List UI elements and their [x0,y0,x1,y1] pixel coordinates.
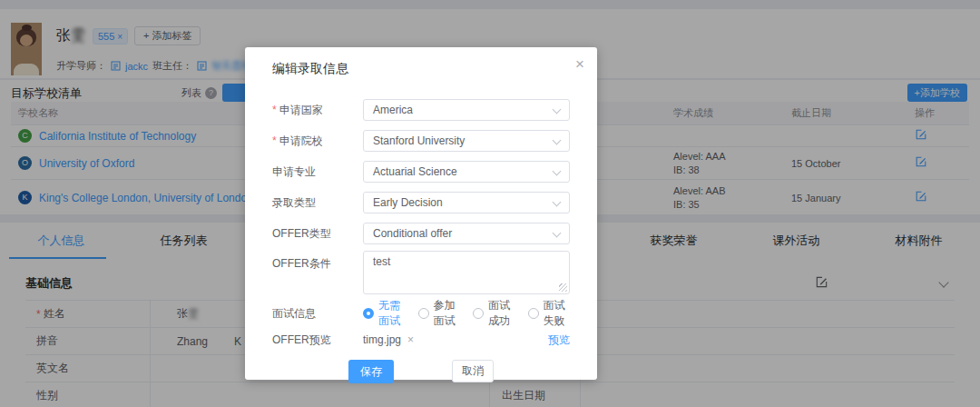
country-select[interactable]: America [363,99,570,121]
offer-condition-textarea[interactable]: test [363,251,570,294]
required-mark: * [272,104,277,116]
offer-preview-label: OFFER预览 [272,333,363,348]
school-select[interactable]: Stanford University [363,130,570,152]
radio-no-interview[interactable]: 无需面试 [363,298,406,329]
admission-type-label: 录取类型 [272,195,363,211]
field-major: 申请专业 Actuarial Science [272,156,570,187]
preview-link[interactable]: 预览 [548,333,570,348]
dialog-title: 编辑录取信息 [272,61,348,77]
interview-label: 面试信息 [272,306,363,322]
field-admission-type: 录取类型 Early Decision [272,187,570,218]
field-offer-type: OFFER类型 Conditional offer [272,218,570,249]
radio-icon [528,308,539,319]
field-school: *申请院校 Stanford University [272,125,570,156]
required-mark: * [272,134,277,147]
admission-type-select[interactable]: Early Decision [363,192,570,213]
field-country: *申请国家 America [272,94,570,125]
save-button[interactable]: 保存 [348,360,394,383]
edit-admission-dialog: 编辑录取信息 × *申请国家 America *申请院校 Stanford Un… [245,47,597,380]
field-offer-condition: OFFER条件 test [272,249,570,300]
close-icon[interactable]: × [575,56,584,72]
radio-icon [363,308,374,319]
uploaded-file-name: timg.jpg [363,333,401,346]
remove-file-icon[interactable]: × [407,333,414,346]
radio-icon [418,308,429,319]
offer-type-select[interactable]: Conditional offer [363,223,570,244]
field-offer-preview: OFFER预览 timg.jpg × 预览 [272,327,570,352]
radio-icon [473,308,484,319]
radio-label: 面试成功 [488,298,515,329]
offer-type-label: OFFER类型 [272,226,363,242]
radio-label: 面试失败 [544,298,571,329]
school-label: 申请院校 [279,134,323,147]
country-label: 申请国家 [279,104,323,116]
offer-condition-label: OFFER条件 [272,256,363,272]
field-interview: 面试信息 无需面试 参加面试 面试成功 面试失败 [272,300,570,327]
cancel-button[interactable]: 取消 [452,360,494,382]
radio-interview-fail[interactable]: 面试失败 [528,298,571,329]
major-select[interactable]: Actuarial Science [363,161,570,183]
major-label: 申请专业 [272,164,363,180]
radio-interview-success[interactable]: 面试成功 [473,298,515,329]
radio-label: 无需面试 [378,298,406,329]
radio-attend-interview[interactable]: 参加面试 [418,298,461,329]
radio-label: 参加面试 [434,298,461,329]
